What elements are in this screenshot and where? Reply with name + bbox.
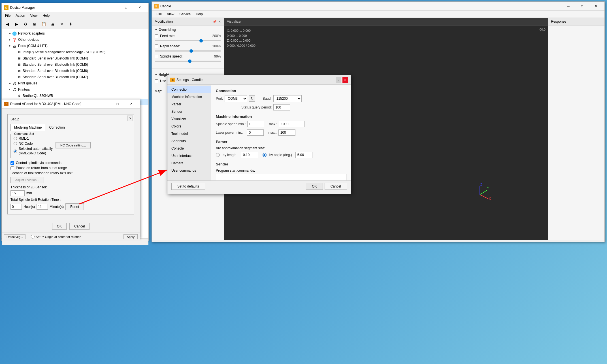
update-button[interactable]: 📋	[40, 20, 48, 28]
rapid-speed-checkbox[interactable]	[155, 44, 158, 48]
nav-shortcuts[interactable]: Shortcuts	[167, 137, 211, 145]
rollback-button[interactable]: 🖨	[49, 20, 57, 28]
feed-rate-checkbox[interactable]	[155, 34, 158, 38]
roland-maximize[interactable]: □	[111, 100, 124, 108]
by-angle-radio-icon[interactable]	[263, 153, 267, 157]
nav-sender[interactable]: Sender	[167, 108, 211, 115]
feed-rate-slider[interactable]	[155, 40, 221, 41]
by-angle-input[interactable]	[295, 152, 312, 158]
by-length-radio-icon[interactable]	[216, 153, 220, 157]
tab-correction[interactable]: Correction	[45, 124, 68, 131]
settings-help-btn[interactable]: ?	[336, 77, 341, 83]
settings-close-btn[interactable]: ✕	[342, 77, 348, 83]
tree-item-com6[interactable]: 🖥 Standard Serial over Bluetooth link (C…	[2, 68, 148, 74]
nav-user-commands[interactable]: User commands	[167, 167, 211, 174]
nc-code-radio[interactable]	[14, 142, 17, 145]
minimize-button[interactable]: ─	[106, 3, 119, 12]
by-length-input[interactable]	[241, 152, 258, 158]
forward-button[interactable]: ▶	[12, 20, 20, 28]
status-query-input[interactable]	[273, 104, 290, 110]
radio-selected-auto[interactable]: Selected automatically(RML-1/NC Code)	[14, 147, 53, 156]
tree-item-com4[interactable]: 🖥 Standard Serial over Bluetooth link (C…	[2, 55, 148, 61]
settings-cancel-btn[interactable]: Cancel	[325, 183, 347, 190]
back-button[interactable]: ◀	[3, 20, 11, 28]
properties-button[interactable]: ⚙	[22, 20, 29, 28]
candle-service-menu[interactable]: Service	[177, 11, 193, 17]
action-menu[interactable]: Action	[13, 13, 27, 18]
tree-item-com5[interactable]: 🖥 Standard Serial over Bluetooth link (C…	[2, 61, 148, 68]
set-radio[interactable]	[31, 235, 35, 239]
spindle-speed-slider[interactable]	[155, 61, 221, 62]
program-start-textarea[interactable]	[216, 174, 346, 180]
nav-console[interactable]: Console	[167, 145, 211, 152]
baud-dropdown[interactable]: 115200	[273, 95, 302, 102]
close-button[interactable]: ✕	[133, 3, 146, 12]
setup-close-btn[interactable]: ✕	[127, 116, 133, 121]
roland-close[interactable]: ✕	[125, 100, 138, 108]
view-menu[interactable]: View	[28, 13, 40, 18]
candle-view-menu[interactable]: View	[165, 11, 176, 17]
tree-item-intel-amt[interactable]: 🖥 Intel(R) Active Management Technology …	[2, 49, 148, 55]
candle-minimize[interactable]: ─	[562, 2, 575, 10]
candle-file-menu[interactable]: File	[154, 11, 164, 17]
height-use-checkbox[interactable]	[155, 79, 158, 83]
nav-connection[interactable]: Connection	[167, 86, 211, 93]
spindle-max-input[interactable]	[279, 121, 304, 127]
spindle-speed-thumb[interactable]	[188, 59, 191, 63]
nav-machine-info[interactable]: Machine information	[167, 93, 211, 101]
tree-item-network[interactable]: ▶ 🌐 Network adapters	[2, 30, 148, 37]
tree-item-ports[interactable]: ▼ 🖨 Ports (COM & LPT)	[2, 43, 148, 49]
disable-button[interactable]: ✕	[58, 20, 66, 28]
help-menu[interactable]: Help	[41, 13, 52, 18]
laser-min-input[interactable]	[247, 129, 264, 136]
candle-help-menu[interactable]: Help	[193, 11, 205, 17]
nav-colors[interactable]: Colors	[167, 123, 211, 130]
reset-btn[interactable]: Reset	[65, 203, 84, 210]
tree-item-other[interactable]: ▶ ❓ Other devices	[2, 37, 148, 43]
pause-return-checkbox[interactable]	[10, 166, 14, 170]
nav-parser[interactable]: Parser	[167, 101, 211, 108]
rml1-radio[interactable]	[14, 137, 17, 140]
control-spindle-checkbox[interactable]	[10, 161, 14, 165]
panel-close-icon[interactable]: ✕	[218, 20, 221, 24]
file-menu[interactable]: File	[3, 13, 13, 18]
port-dropdown[interactable]: COM3	[225, 95, 247, 102]
collapse-overriding-icon[interactable]: ▼	[155, 28, 157, 31]
nav-tool-model[interactable]: Tool model	[167, 130, 211, 137]
hours-input[interactable]	[10, 204, 22, 210]
spindle-speed-checkbox[interactable]	[155, 55, 158, 58]
laser-max-input[interactable]	[278, 129, 295, 136]
maximize-button[interactable]: □	[120, 3, 133, 12]
tree-item-brother[interactable]: 🖨 BrotherQL-820NWB	[2, 93, 148, 99]
rapid-speed-slider[interactable]	[155, 50, 221, 52]
candle-close[interactable]: ✕	[589, 2, 602, 10]
detect-jig-btn[interactable]: Detect Jig...	[4, 234, 25, 239]
tree-item-com7[interactable]: 🖥 Standard Serial over Bluetooth link (C…	[2, 74, 148, 80]
adjust-location-btn[interactable]: Adjust Location...	[10, 177, 44, 183]
nav-camera[interactable]: Camera	[167, 159, 211, 167]
pin-icon[interactable]: 📌	[213, 20, 217, 24]
vpanel-ok-btn[interactable]: OK	[52, 223, 67, 230]
candle-maximize[interactable]: □	[576, 2, 589, 10]
spindle-min-input[interactable]	[247, 121, 264, 127]
tree-item-printqueues[interactable]: ▶ 🖨 Print queues	[2, 80, 148, 86]
tab-modeling[interactable]: Modeling Machine	[10, 124, 45, 131]
roland-minimize[interactable]: ─	[97, 100, 110, 108]
nav-user-interface[interactable]: User interface	[167, 152, 211, 159]
tree-item-printers[interactable]: ▼ 🖨 Printers	[2, 86, 148, 93]
collapse-height-icon[interactable]: ▼	[155, 73, 157, 76]
radio-nc-code[interactable]: NC Code	[14, 142, 53, 146]
settings-ok-btn[interactable]: OK	[306, 183, 323, 190]
selected-auto-radio[interactable]	[14, 150, 17, 153]
set-to-defaults-btn[interactable]: Set to defaults	[171, 183, 205, 190]
radio-rml1[interactable]: RML-1	[14, 137, 53, 141]
nc-code-settings-btn[interactable]: NC Code setting...	[56, 142, 91, 148]
scan-button[interactable]: 🖥	[31, 20, 39, 28]
nav-visualizer[interactable]: Visualizer	[167, 115, 211, 123]
thickness-input[interactable]	[10, 190, 25, 196]
uninstall-button[interactable]: ⬇	[67, 20, 75, 28]
minutes-input[interactable]	[37, 204, 48, 210]
feed-rate-thumb[interactable]	[199, 39, 203, 42]
rapid-speed-thumb[interactable]	[189, 49, 193, 53]
vpanel-cancel-btn[interactable]: Cancel	[69, 223, 90, 230]
